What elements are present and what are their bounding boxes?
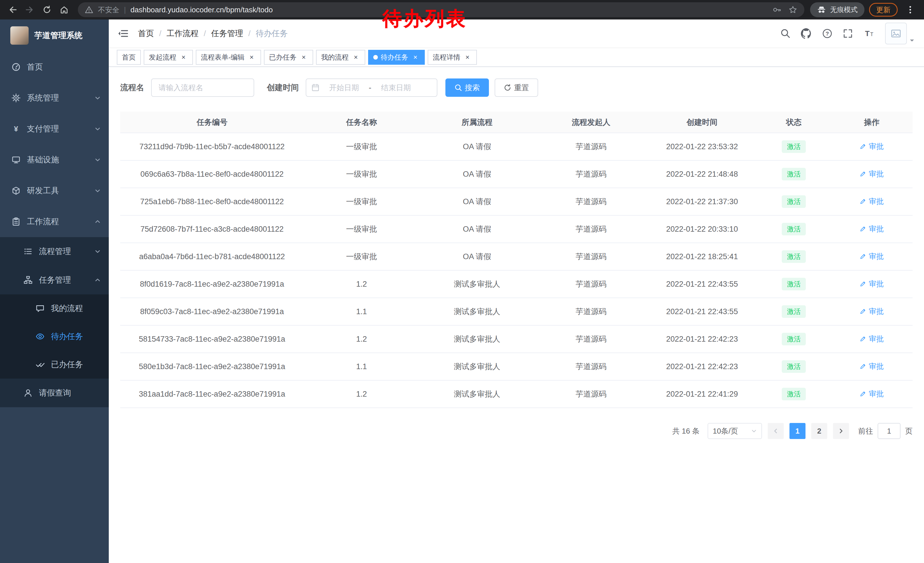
cell-process: OA 请假 — [419, 215, 535, 243]
svg-text:T: T — [865, 29, 870, 38]
help-icon[interactable]: ? — [822, 29, 832, 39]
sidebar-item-system[interactable]: 系统管理 — [0, 83, 109, 113]
bookmark-star-icon[interactable] — [788, 5, 798, 14]
cell-process: 测试多审批人 — [419, 270, 535, 298]
end-date-input[interactable] — [375, 83, 417, 92]
close-icon[interactable]: × — [411, 53, 420, 62]
sidebar-item-task-management[interactable]: 任务管理 — [0, 266, 109, 294]
status-badge: 激活 — [782, 388, 806, 400]
browser-back-button[interactable] — [4, 2, 21, 18]
approve-link[interactable]: 审批 — [860, 362, 884, 371]
sidebar-item-leave-query[interactable]: 请假查询 — [0, 378, 109, 407]
cell-initiator: 芋道源码 — [535, 133, 647, 161]
approve-link[interactable]: 审批 — [860, 389, 884, 399]
sidebar-item-home[interactable]: 首页 — [0, 51, 109, 83]
cell-task-id: 580e1b3d-7ac8-11ec-a9e2-a2380e71991a — [120, 353, 304, 380]
sidebar-logo[interactable]: 芋道管理系统 — [0, 20, 109, 51]
goto-page-input[interactable] — [878, 423, 900, 439]
chevron-up-icon — [94, 219, 101, 225]
cell-process: OA 请假 — [419, 133, 535, 161]
cell-task-id: 73211d9d-7b9b-11ec-b5b7-acde48001122 — [120, 133, 304, 161]
cell-task-name: 1.1 — [304, 298, 419, 325]
browser-menu-icon[interactable] — [902, 2, 918, 18]
omnibox-divider: | — [124, 6, 126, 14]
search-button[interactable]: 搜索 — [446, 78, 489, 97]
tab-tag[interactable]: 首页 × — [117, 50, 141, 65]
status-badge: 激活 — [782, 333, 806, 345]
cell-task-id: 8f059c03-7ac8-11ec-a9e2-a2380e71991a — [120, 298, 304, 325]
sidebar-item-workflow[interactable]: 工作流程 — [0, 206, 109, 237]
prev-page-button[interactable] — [768, 423, 784, 439]
collapse-sidebar-icon[interactable] — [117, 28, 129, 39]
col-create-time: 创建时间 — [647, 112, 757, 133]
sidebar-item-todo-task[interactable]: 待办任务 — [0, 323, 109, 350]
approve-link[interactable]: 审批 — [860, 224, 884, 234]
tab-tag[interactable]: 待办任务 × — [368, 50, 425, 65]
browser-home-button[interactable] — [56, 2, 72, 18]
cell-create-time: 2022-01-21 22:43:55 — [647, 270, 757, 298]
cell-initiator: 芋道源码 — [535, 215, 647, 243]
close-icon[interactable]: × — [248, 53, 256, 62]
person-icon — [24, 388, 33, 398]
table-header-row: 任务编号 任务名称 所属流程 流程发起人 创建时间 状态 操作 — [120, 112, 912, 133]
approve-link[interactable]: 审批 — [860, 251, 884, 261]
pagination-total: 共 16 条 — [672, 426, 700, 436]
tab-tag[interactable]: 流程表单-编辑 × — [196, 50, 261, 65]
date-range-picker[interactable]: - — [306, 78, 437, 97]
approve-link[interactable]: 审批 — [860, 334, 884, 344]
approve-link[interactable]: 审批 — [860, 197, 884, 206]
table-row: 725a1eb6-7b88-11ec-8ef0-acde48001122 一级审… — [120, 188, 912, 215]
browser-forward-button[interactable] — [22, 2, 38, 18]
warning-icon — [85, 6, 93, 14]
breadcrumb-home[interactable]: 首页 — [138, 28, 154, 39]
browser-reload-button[interactable] — [39, 2, 55, 18]
dashboard-icon — [12, 62, 21, 72]
approve-link[interactable]: 审批 — [860, 306, 884, 317]
cell-task-name: 1.2 — [304, 380, 419, 408]
fullscreen-icon[interactable] — [843, 29, 853, 39]
user-avatar[interactable] — [885, 23, 915, 44]
close-icon[interactable]: × — [463, 53, 472, 62]
sidebar-item-payment[interactable]: ¥ 支付管理 — [0, 113, 109, 144]
page-number-button[interactable]: 2 — [811, 423, 827, 439]
font-size-icon[interactable]: TT — [863, 29, 875, 39]
page-number-button[interactable]: 1 — [789, 423, 806, 439]
sidebar-item-done-task[interactable]: 已办任务 — [0, 350, 109, 378]
cell-task-id: 069c6a63-7b8a-11ec-8ef0-acde48001122 — [120, 161, 304, 188]
approve-link[interactable]: 审批 — [860, 169, 884, 179]
search-icon[interactable] — [780, 29, 790, 39]
tab-tag[interactable]: 发起流程 × — [144, 50, 193, 65]
start-date-input[interactable] — [323, 83, 365, 92]
process-name-label: 流程名 — [120, 82, 144, 93]
github-icon[interactable] — [801, 28, 812, 39]
reset-button[interactable]: 重置 — [495, 78, 538, 97]
close-icon[interactable]: × — [351, 53, 360, 62]
cube-icon — [12, 186, 21, 195]
cell-process: OA 请假 — [419, 161, 535, 188]
sidebar-item-my-process[interactable]: 我的流程 — [0, 294, 109, 323]
key-icon[interactable] — [772, 5, 782, 14]
cell-task-name: 1.1 — [304, 353, 419, 380]
close-icon[interactable]: × — [179, 53, 188, 62]
approve-link[interactable]: 审批 — [860, 141, 884, 152]
cell-process: 测试多审批人 — [419, 298, 535, 325]
sidebar-item-process-management[interactable]: 流程管理 — [0, 237, 109, 266]
page-size-select[interactable]: 10条/页 — [708, 423, 762, 439]
sidebar-item-infrastructure[interactable]: 基础设施 — [0, 144, 109, 175]
process-name-input[interactable] — [151, 78, 254, 97]
browser-update-button[interactable]: 更新 — [869, 3, 898, 17]
tab-tag[interactable]: 流程详情 × — [428, 50, 477, 65]
breadcrumb-task-management[interactable]: 任务管理 — [211, 28, 243, 39]
approve-link[interactable]: 审批 — [860, 279, 884, 289]
tab-tag[interactable]: 我的流程 × — [316, 50, 365, 65]
close-icon[interactable]: × — [299, 53, 308, 62]
sidebar-item-devtools[interactable]: 研发工具 — [0, 175, 109, 206]
eye-icon — [36, 332, 45, 341]
breadcrumb-workflow[interactable]: 工作流程 — [166, 28, 199, 39]
next-page-button[interactable] — [833, 423, 849, 439]
app-title: 芋道管理系统 — [34, 30, 82, 41]
tab-tag[interactable]: 已办任务 × — [264, 50, 313, 65]
cell-create-time: 2022-01-21 22:42:23 — [647, 325, 757, 353]
yen-icon: ¥ — [12, 124, 21, 134]
security-label: 不安全 — [98, 5, 119, 15]
